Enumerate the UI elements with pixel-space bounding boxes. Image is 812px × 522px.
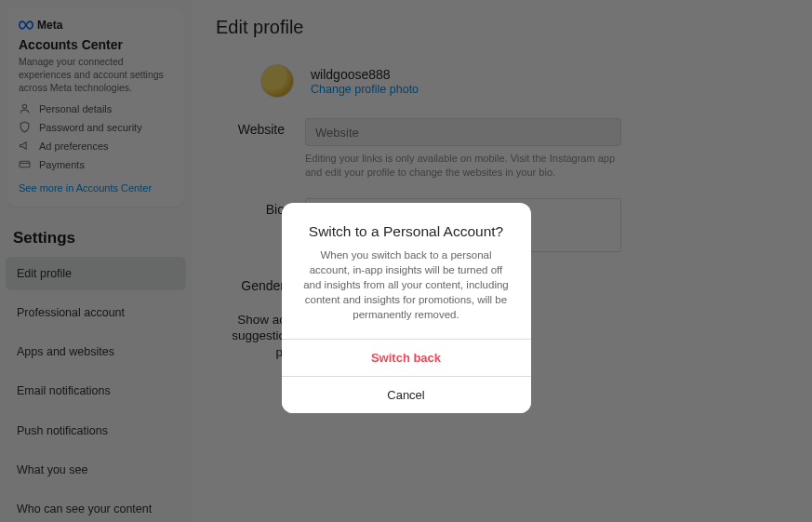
switch-account-modal: Switch to a Personal Account? When you s… — [282, 203, 531, 413]
cancel-button[interactable]: Cancel — [282, 376, 531, 413]
switch-back-button[interactable]: Switch back — [282, 339, 531, 376]
modal-overlay[interactable]: Switch to a Personal Account? When you s… — [0, 0, 812, 522]
modal-title: Switch to a Personal Account? — [300, 223, 512, 240]
modal-description: When you switch back to a personal accou… — [300, 248, 512, 322]
